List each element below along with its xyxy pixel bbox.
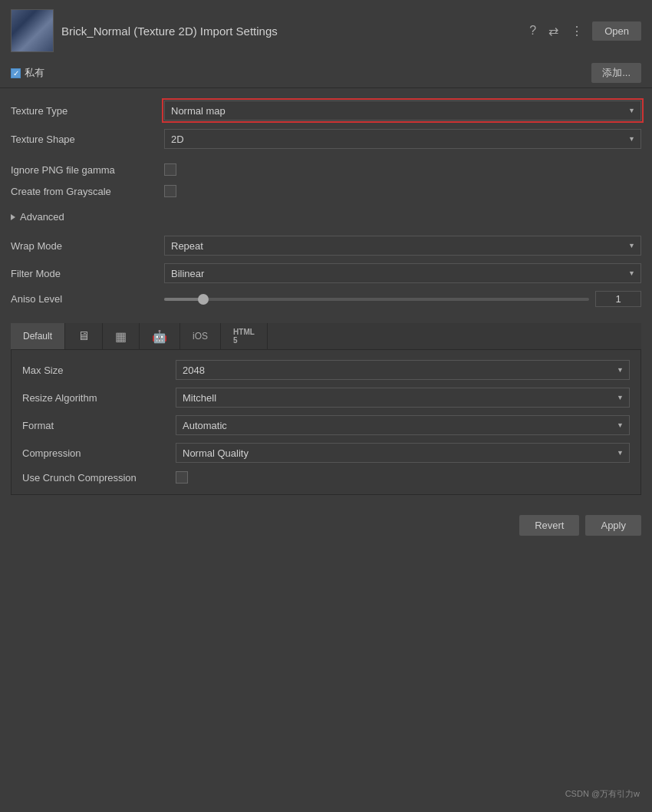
revert-button[interactable]: Revert [519,515,579,536]
filter-mode-row: Filter Mode Bilinear [0,259,652,287]
ignore-png-checkbox[interactable] [164,163,176,176]
texture-shape-row: Texture Shape 2D [0,125,652,153]
aniso-slider[interactable] [164,298,589,301]
compression-label: Compression [22,447,176,459]
format-dropdown-wrapper: Automatic [176,415,630,435]
compression-row: Compression Normal Quality [12,439,640,467]
ignore-png-row: Ignore PNG file gamma [0,159,652,180]
texture-type-dropdown-wrapper: Normal map [164,101,641,120]
advanced-triangle-icon [11,214,15,220]
tab-pc[interactable]: 🖥 [65,323,103,349]
resize-algo-dropdown[interactable]: Mitchell [176,388,630,408]
wrap-mode-row: Wrap Mode Repeat [0,232,652,259]
aniso-value[interactable]: 1 [595,291,641,307]
format-dropdown[interactable]: Automatic [176,415,630,435]
private-label: ✓ 私有 [11,66,44,80]
header-icons: ? ⇄ ⋮ Open [526,21,641,41]
texture-type-dropdown[interactable]: Normal map [164,101,641,120]
compression-dropdown-wrapper: Normal Quality [176,443,630,463]
html5-label: HTML5 [233,328,255,345]
tab-default-label: Default [23,331,52,342]
help-icon[interactable]: ? [526,22,539,39]
texture-thumbnail [11,9,54,52]
aniso-row: Aniso Level 1 [0,287,652,311]
crunch-row: Use Crunch Compression [12,467,640,488]
filter-mode-dropdown-wrapper: Bilinear [164,263,641,283]
crunch-label: Use Crunch Compression [22,472,176,484]
resize-algo-row: Resize Algorithm Mitchell [12,384,640,411]
format-label: Format [22,420,176,431]
aniso-slider-container: 1 [164,291,641,307]
crunch-checkbox[interactable] [176,471,188,484]
create-grayscale-checkbox[interactable] [164,185,176,197]
compression-dropdown[interactable]: Normal Quality [176,443,630,463]
advanced-section[interactable]: Advanced [0,206,652,227]
max-size-row: Max Size 2048 [12,356,640,384]
android-icon: 🤖 [152,329,167,344]
ignore-png-label: Ignore PNG file gamma [11,164,164,176]
console-icon: ▦ [115,329,127,344]
toolbar-row: ✓ 私有 添加... [0,58,652,87]
open-button[interactable]: Open [592,21,641,41]
tab-default[interactable]: Default [11,323,65,349]
max-size-dropdown[interactable]: 2048 [176,360,630,380]
resize-algo-dropdown-wrapper: Mitchell [176,388,630,408]
tab-ios[interactable]: iOS [180,323,221,349]
texture-shape-label: Texture Shape [11,134,164,145]
add-button[interactable]: 添加... [591,63,641,83]
wrap-mode-dropdown-wrapper: Repeat [164,236,641,256]
tab-console[interactable]: ▦ [103,323,140,349]
texture-shape-dropdown[interactable]: 2D [164,129,641,149]
filter-mode-dropdown[interactable]: Bilinear [164,263,641,283]
advanced-label: Advanced [20,211,64,223]
settings-icon[interactable]: ⇄ [545,22,561,40]
filter-mode-label: Filter Mode [11,268,164,279]
platform-section: Max Size 2048 Resize Algorithm Mitchell … [11,350,641,495]
create-grayscale-row: Create from Grayscale [0,180,652,202]
max-size-dropdown-wrapper: 2048 [176,360,630,380]
footer-buttons: Revert Apply [0,503,652,548]
wrap-mode-label: Wrap Mode [11,240,164,252]
header-left: Brick_Normal (Texture 2D) Import Setting… [11,9,278,52]
private-text: 私有 [25,66,44,80]
private-checkbox[interactable]: ✓ [11,68,21,78]
resize-algo-label: Resize Algorithm [22,392,176,404]
texture-shape-dropdown-wrapper: 2D [164,129,641,149]
main-content: Texture Type Normal map Texture Shape 2D… [0,88,652,503]
create-grayscale-label: Create from Grayscale [11,186,164,197]
more-icon[interactable]: ⋮ [568,22,586,40]
platform-tabs: Default 🖥 ▦ 🤖 iOS HTML5 [11,323,641,350]
format-row: Format Automatic [12,411,640,439]
header: Brick_Normal (Texture 2D) Import Setting… [0,0,652,58]
aniso-slider-thumb[interactable] [198,294,209,305]
window-title: Brick_Normal (Texture 2D) Import Setting… [61,25,278,38]
pc-icon: 🖥 [77,329,90,343]
ios-label: iOS [193,331,208,342]
aniso-label: Aniso Level [11,293,164,305]
tab-android[interactable]: 🤖 [140,323,180,349]
wrap-mode-dropdown[interactable]: Repeat [164,236,641,256]
watermark: CSDN @万有引力w [565,788,640,800]
texture-type-label: Texture Type [11,105,164,117]
tab-html5[interactable]: HTML5 [221,323,268,349]
apply-button[interactable]: Apply [585,515,641,536]
max-size-label: Max Size [22,365,176,376]
texture-type-row: Texture Type Normal map [0,96,652,125]
